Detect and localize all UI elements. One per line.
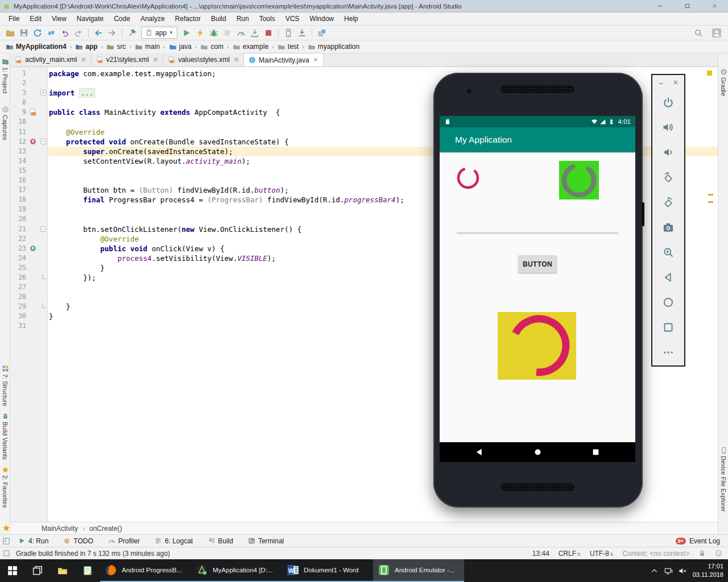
apply-changes-button[interactable] [193, 27, 207, 39]
breadcrumb-item-test[interactable]: test [276, 43, 300, 51]
error-stripe-tick[interactable] [708, 201, 713, 203]
tab-mainactivity-java[interactable]: CMainActivity.java✕ [244, 53, 324, 66]
toolwindow-build[interactable]: Build [208, 537, 233, 545]
gutter-override-up-icon-green[interactable] [29, 244, 37, 252]
line-number[interactable]: 11 [10, 127, 26, 137]
forward-button[interactable] [105, 27, 119, 39]
emulator-more-button[interactable] [652, 340, 684, 365]
tray-network-icon[interactable] [664, 567, 673, 575]
line-number[interactable]: 26 [10, 273, 26, 282]
line-number[interactable]: 24 [10, 253, 26, 263]
emulator-screen[interactable]: 4:01 My Application BUTTON [440, 116, 635, 462]
status-toggle-icon[interactable] [3, 550, 10, 557]
breadcrumb-item-app[interactable]: app [74, 43, 98, 51]
menu-code[interactable]: Code [109, 13, 135, 24]
open-folder-button[interactable] [3, 27, 17, 39]
tool-stripe-captures[interactable]: Captures [0, 106, 10, 140]
fold-end-marker[interactable] [42, 304, 46, 308]
menu-build[interactable]: Build [206, 13, 231, 24]
run-button[interactable] [180, 27, 193, 39]
menu-analyze[interactable]: Analyze [135, 13, 170, 24]
tab-activity-main-xml[interactable]: activity_main.xml✕ [10, 53, 92, 66]
breadcrumb-item-com[interactable]: com [199, 43, 225, 51]
line-ending-selector[interactable]: CRLF⇅ [559, 550, 581, 558]
breadcrumb-item-src[interactable]: src [105, 43, 127, 51]
gutter-layout-file-icon[interactable] [29, 108, 37, 116]
line-number[interactable]: 16 [10, 176, 26, 185]
breadcrumb-method[interactable]: onCreate() [89, 525, 122, 533]
taskbar-app-word[interactable]: WDokument1 - Word [282, 559, 373, 582]
sync-project-button[interactable] [31, 27, 44, 39]
nav-back-button[interactable] [475, 448, 483, 456]
tray-chevron-icon[interactable] [650, 567, 659, 575]
line-number[interactable]: 23 [10, 244, 26, 253]
lock-icon[interactable] [698, 550, 706, 557]
emulator-power-button[interactable] [652, 90, 684, 115]
emulator-overview-button[interactable] [652, 315, 684, 340]
menu-vcs[interactable]: VCS [280, 13, 305, 24]
line-number[interactable]: 30 [10, 311, 26, 321]
toolwindow-6-logcat[interactable]: 6: Logcat [155, 537, 193, 545]
tray-clock[interactable]: 17:01 03.11.2018 [693, 562, 723, 579]
emulator-rotate-right-button[interactable] [652, 190, 684, 215]
emulator-volume-up-button[interactable] [652, 115, 684, 140]
line-number[interactable]: 1 [10, 69, 26, 78]
hector-inspector-icon[interactable] [715, 550, 722, 557]
tray-volume-muted-icon[interactable] [679, 567, 687, 575]
line-number[interactable]: 8 [10, 98, 26, 107]
line-number[interactable]: 19 [10, 205, 26, 214]
emulator-minimize-button[interactable] [658, 80, 664, 85]
start-button[interactable] [0, 559, 25, 582]
toolwindow-profiler[interactable]: Profiler [108, 537, 140, 545]
menu-navigate[interactable]: Navigate [72, 13, 109, 24]
line-number[interactable]: 29 [10, 302, 26, 311]
menu-help[interactable]: Help [339, 13, 363, 24]
favorites-star-icon[interactable] [2, 524, 10, 532]
tool-stripe-7-structure[interactable]: 7: Structure [0, 365, 10, 406]
breadcrumb-item-example[interactable]: example [231, 43, 270, 51]
line-number[interactable]: 3 [10, 88, 26, 98]
avatar-button[interactable] [710, 27, 723, 39]
encoding-selector[interactable]: UTF-8⇅ [590, 550, 614, 558]
toolwindow-4-run[interactable]: 4: Run [18, 537, 48, 545]
notes-app-button[interactable] [75, 559, 100, 582]
tool-stripe-gradle[interactable]: Gradle [718, 68, 728, 96]
line-number[interactable]: 2 [10, 78, 26, 88]
line-number[interactable]: 10 [10, 117, 26, 127]
error-stripe-warning-block[interactable] [707, 70, 712, 76]
toolwindow-todo[interactable]: TODO [63, 537, 93, 545]
sync-gradle-button[interactable] [44, 27, 58, 39]
emulator-screenshot-button[interactable] [652, 215, 684, 240]
tab-close-icon[interactable]: ✕ [313, 56, 318, 64]
sdk-manager-button[interactable] [295, 27, 309, 39]
menu-file[interactable]: File [3, 13, 24, 24]
menu-view[interactable]: View [47, 13, 72, 24]
event-log-button[interactable]: 9+ Event Log [676, 537, 728, 545]
breadcrumb-item-myapplication[interactable]: myapplication [307, 43, 361, 51]
breadcrumb-item-java[interactable]: java [168, 43, 193, 51]
attach-debugger-button[interactable] [248, 27, 262, 39]
line-number[interactable]: 14 [10, 156, 26, 166]
debug-button[interactable] [207, 27, 221, 39]
stop-button[interactable] [262, 27, 275, 39]
redo-button[interactable] [72, 27, 85, 39]
breadcrumb-item-myapplication4[interactable]: MyApplication4 [5, 43, 68, 51]
minimize-button[interactable] [646, 0, 673, 13]
nav-home-button[interactable] [533, 448, 542, 456]
project-structure-button[interactable] [315, 27, 329, 39]
menu-window[interactable]: Window [304, 13, 339, 24]
tool-stripe-2-favorites[interactable]: 2: Favorites [0, 466, 10, 508]
line-number[interactable]: 25 [10, 263, 26, 273]
gutter-override-up-icon-red[interactable] [29, 138, 37, 146]
fold-end-marker[interactable] [42, 275, 46, 279]
menu-tools[interactable]: Tools [254, 13, 280, 24]
maximize-button[interactable] [673, 0, 701, 13]
task-view-button[interactable] [25, 559, 50, 582]
tab-v21-styles-xml[interactable]: v21\styles.xml✕ [92, 53, 164, 66]
tab-close-icon[interactable]: ✕ [234, 56, 239, 64]
line-number[interactable]: 18 [10, 195, 26, 205]
toolwindow-terminal[interactable]: Terminal [248, 537, 284, 545]
line-number[interactable]: 15 [10, 166, 26, 176]
nav-overview-button[interactable] [592, 448, 600, 456]
search-button[interactable] [692, 27, 705, 39]
